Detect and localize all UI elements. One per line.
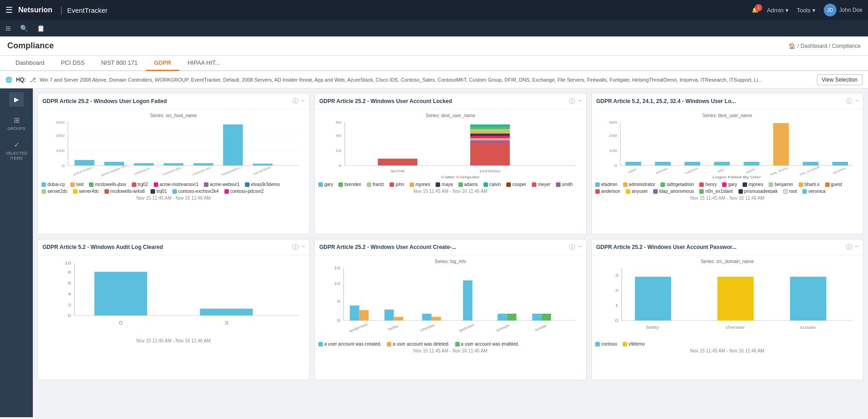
grid-icon[interactable]: ⊞ (5, 25, 11, 32)
chart-header: GDPR Article 25.2 - Windows User Account… (315, 239, 586, 255)
hq-label: HQ: (16, 77, 26, 83)
chart-title: GDPR Article 25.2 - Windows User Account… (319, 98, 569, 104)
admin-menu[interactable]: Admin ▾ (767, 7, 788, 14)
svg-rect-8 (74, 160, 94, 166)
chart-actions: ⓘ − (846, 97, 858, 105)
globe-icon: 🌐 (5, 77, 12, 83)
svg-text:Caller Computer: Caller Computer (441, 175, 480, 179)
svg-text:acme-mstre...: acme-mstre... (72, 165, 95, 176)
chart-title: GDPR Article 25.2 - Windows User Account… (319, 244, 569, 250)
tab-hipaa[interactable]: HIPAA HIT... (179, 56, 228, 71)
chart-title: GDPR Article 5.2, 24.1, 25.2, 32.4 - Win… (596, 98, 846, 104)
chart-actions: ⓘ − (569, 243, 582, 251)
chart-title: GDPR Article 25.2 - Windows User Logon F… (42, 98, 292, 104)
minimize-icon[interactable]: − (301, 243, 305, 251)
svg-text:susan: susan (800, 325, 816, 330)
tab-nist[interactable]: NIST 800 171 (93, 56, 146, 71)
chart-header: GDPR Article 25.2 - Windows User Account… (315, 93, 586, 109)
svg-rect-9 (104, 162, 124, 166)
svg-rect-54 (832, 162, 848, 166)
svg-text:60: 60 (336, 120, 342, 124)
svg-text:joseph: joseph (494, 323, 510, 332)
chart-account-locked: GDPR Article 25.2 - Windows User Account… (314, 93, 587, 234)
sidebar: ▶ ⊞ GROUPS ✓ SELECTED ITEMS (0, 88, 33, 417)
svg-rect-13 (223, 124, 243, 166)
svg-rect-50 (714, 162, 730, 166)
info-icon[interactable]: ⓘ (569, 97, 575, 105)
svg-text:200: 200 (609, 134, 617, 138)
user-info[interactable]: JD John Doe (824, 4, 863, 16)
info-icon[interactable]: ⓘ (569, 243, 575, 251)
info-icon[interactable]: ⓘ (846, 97, 852, 105)
sidebar-item-groups[interactable]: ⊞ GROUPS (3, 112, 30, 135)
reports-icon[interactable]: 📋 (37, 25, 45, 32)
svg-text:susan: susan (534, 323, 548, 332)
sidebar-toggle-button[interactable]: ▶ (9, 92, 24, 107)
svg-rect-89 (498, 314, 507, 321)
svg-text:betty: betty (646, 325, 660, 330)
svg-text:40: 40 (336, 134, 342, 138)
minimize-icon[interactable]: − (855, 243, 858, 251)
chart-header: GDPR Article 25.2 - Windows User Logon F… (38, 93, 309, 109)
info-icon[interactable]: ⓘ (292, 97, 298, 105)
home-icon[interactable]: 🏠 (789, 43, 795, 49)
search-icon[interactable]: 🔍 (20, 25, 28, 32)
svg-text:ldap_anony...: ldap_anony... (769, 165, 791, 176)
svg-text:20: 20 (336, 149, 342, 153)
chart-subtitle: Series: src_host_name (42, 113, 306, 118)
page-header: Compliance 🏠 / Dashboard / Compliance (0, 36, 868, 56)
nav-right: 🔔 1 Admin ▾ Tools ▾ JD John Doe (752, 4, 863, 16)
chart-legend: dubai-cp test mcdowells-jbox trg02 acme-… (42, 182, 306, 194)
svg-rect-88 (463, 280, 473, 321)
svg-text:0: 0 (615, 318, 618, 323)
minimize-icon[interactable]: − (578, 243, 582, 251)
tab-dashboard[interactable]: Dashboard (7, 56, 53, 71)
minimize-icon[interactable]: − (855, 97, 858, 105)
svg-rect-30 (470, 138, 510, 140)
sidebar-selected-label: SELECTED ITEMS (5, 151, 28, 161)
svg-rect-48 (655, 162, 670, 166)
svg-text:2: 2 (615, 288, 618, 293)
svg-rect-51 (743, 162, 759, 166)
info-icon[interactable]: ⓘ (292, 243, 298, 251)
svg-text:chester: chester (419, 323, 436, 332)
filter-bar: 🌐 HQ: ⎇ Win 7 and Server 2008 Above, Dom… (0, 71, 868, 88)
chart-account-create: GDPR Article 25.2 - Windows User Account… (314, 239, 587, 380)
svg-text:chester: chester (726, 325, 745, 330)
chart-legend: etadmin administrator sidtrgetadmin henr… (595, 182, 859, 194)
svg-rect-10 (134, 163, 154, 166)
svg-text:4: 4 (68, 292, 71, 296)
svg-text:acme: acme (390, 169, 405, 173)
chart-subtitle: Series: src_domain_name (595, 259, 859, 264)
chart-svg: 0 100 200 300 adam anyuser cam (595, 120, 859, 179)
svg-text:veronica: veronica (832, 166, 847, 175)
chart-user-logon: GDPR Article 5.2, 24.1, 25.2, 32.4 - Win… (591, 93, 863, 234)
tab-gdpr[interactable]: GDPR (146, 56, 180, 71)
chart-body: Series: src_domain_name 0 1 2 3 betty ch… (592, 255, 863, 380)
notification-icon[interactable]: 🔔 1 (752, 7, 759, 13)
chart-timestamp: Nov 15 11:45 AM - Nov 16 11:46 AM (318, 189, 582, 194)
svg-rect-92 (541, 314, 551, 321)
svg-text:0: 0 (337, 318, 340, 323)
svg-text:3: 3 (224, 321, 228, 326)
svg-text:15: 15 (334, 266, 340, 270)
info-icon[interactable]: ⓘ (846, 243, 852, 251)
logo: Netsurion . | EventTracker (18, 5, 108, 16)
tab-pcidss[interactable]: PCI DSS (53, 56, 93, 71)
svg-text:0: 0 (68, 313, 71, 318)
minimize-icon[interactable]: − (578, 97, 582, 105)
svg-rect-11 (164, 163, 183, 166)
chart-actions: ⓘ − (846, 243, 858, 251)
sidebar-item-selected[interactable]: ✓ SELECTED ITEMS (3, 137, 30, 165)
hamburger-icon[interactable]: ☰ (5, 5, 13, 15)
svg-text:Logon Failed By User: Logon Failed By User (712, 175, 761, 179)
svg-text:0: 0 (62, 164, 65, 168)
tools-menu[interactable]: Tools ▾ (797, 7, 816, 14)
minimize-icon[interactable]: − (301, 97, 305, 105)
svg-rect-105 (635, 277, 671, 321)
view-selection-button[interactable]: View Selection (817, 74, 863, 85)
svg-rect-52 (773, 123, 789, 166)
svg-rect-83 (359, 310, 369, 321)
sub-navigation: ⊞ 🔍 📋 (0, 20, 868, 36)
svg-text:10: 10 (65, 261, 71, 265)
